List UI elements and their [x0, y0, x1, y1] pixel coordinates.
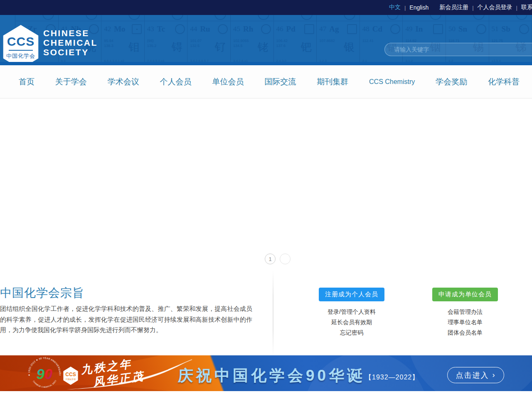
wordmark-line1: CHINESE [43, 28, 98, 38]
site-wordmark: CHINESE CHEMICAL SOCIETY [43, 28, 98, 57]
contact-link[interactable]: 联系我们 [521, 4, 532, 11]
lang-switch-zh[interactable]: 中文 [389, 4, 401, 11]
pager-dot-1[interactable]: 1 [265, 254, 276, 264]
section-divider [273, 270, 273, 355]
topbar-links: 中文 | English 新会员注册 | 个人会员登录 | 联系我们 [389, 0, 532, 15]
periodic-cell-Tc: 43Tc(98)135.2锝7,4,6,5,0,±1(Kr)4d⁵5s² [144, 15, 187, 65]
nav-item-conferences[interactable]: 学术会议 [108, 76, 139, 87]
search-input[interactable] [385, 43, 532, 56]
link-group-members[interactable]: 团体会员名单 [432, 328, 498, 338]
svg-text:90: 90 [37, 366, 52, 382]
banner-enter-button[interactable]: 点击进入 › [447, 367, 504, 383]
periodic-cell-Sb: 51Sb121.75锑±3,5,4(Kr)4d¹⁰5s²5p³ [489, 15, 532, 65]
ccs-logo-acronym: CCS [7, 34, 34, 49]
nav-item-ccs-chemistry[interactable]: CCS Chemistry [369, 78, 415, 86]
main-nav: 首页 关于学会 学术会议 个人会员 单位会员 国际交流 期刊集群 CCS Che… [0, 65, 532, 99]
divider: | [472, 5, 473, 11]
divider: | [404, 5, 406, 11]
mission-title: 中国化学会宗旨 [0, 285, 84, 301]
wordmark-line3: SOCIETY [43, 47, 98, 57]
periodic-cell-Ru: 44Ru101.07132.5钌3,4,2,6,8,5,7(Kr)4d⁷5s¹ [187, 15, 230, 65]
nav-item-awards[interactable]: 学会奖励 [436, 76, 467, 87]
logo-divider [9, 50, 33, 51]
carousel-placeholder [0, 99, 532, 273]
link-manage-profile[interactable]: 登录/管理个人资料 [319, 307, 384, 317]
institutional-links: 会籍管理办法 理事单位名单 团体会员名单 [432, 307, 498, 338]
divider: | [516, 5, 517, 11]
anniversary-banner[interactable]: ★ 1932-2022 ★ 90 YEAR ANNIVERSARY CHINES… [0, 355, 532, 391]
page: 中文 | English 新会员注册 | 个人会员登录 | 联系我们 40Zr9… [0, 0, 532, 399]
institutional-membership-column: 申请成为单位会员 会籍管理办法 理事单位名单 团体会员名单 [432, 288, 498, 338]
periodic-cell-Ag: 47Ag107.8682银1,2,3(Kr)4d¹⁰5s¹ [316, 15, 360, 65]
banner-headline: 庆祝中国化学会90华诞 [178, 365, 365, 386]
periodic-cell-Cd: 48Cd112.41镉2,1(Kr)4d¹⁰5s² [360, 15, 403, 65]
banner-years: 【1932—2022】 [365, 373, 419, 382]
periodic-cell-Sn: 50Sn118.71锡4,2(Kr)4d¹⁰5s²5p² [446, 15, 489, 65]
periodic-cell-Rh: 45Rh102.9055134.5铑3,4,2,6,±1(Kr)4d⁸5s¹ [230, 15, 273, 65]
link-forgot-password[interactable]: 忘记密码 [319, 328, 384, 338]
nav-item-journals[interactable]: 期刊集群 [317, 76, 348, 87]
anniversary-90-logo: ★ 1932-2022 ★ 90 YEAR ANNIVERSARY CHINES… [27, 356, 62, 390]
wordmark-line2: CHEMICAL [43, 38, 98, 47]
top-utility-bar: 中文 | English 新会员注册 | 个人会员登录 | 联系我们 [0, 0, 532, 15]
nav-item-about[interactable]: 关于学会 [55, 76, 87, 87]
mission-body: 团结组织全国化学工作者，促进化学学科和技术的普及、推广、繁荣和发展，提高社会成员… [0, 303, 252, 335]
member-login-link[interactable]: 个人会员登录 [478, 4, 512, 11]
periodic-cell-Pd: 46Pd106.42137.6钯2,4,3,0(Kr)4d¹⁰ [273, 15, 317, 65]
register-link[interactable]: 新会员注册 [439, 4, 468, 11]
nav-item-international[interactable]: 国际交流 [264, 76, 296, 87]
site-header: 40Zr91.22锆4(Kr)4d²5s²41Nb92.9064铌5,3(Kr)… [0, 15, 532, 65]
pager-dot-2[interactable] [280, 254, 291, 264]
ccs-logo-chinese: 中国化学会 [6, 52, 35, 60]
individual-membership-column: 注册成为个人会员 登录/管理个人资料 延长会员有效期 忘记密码 [319, 288, 384, 338]
nav-item-home[interactable]: 首页 [19, 76, 34, 87]
search-box [384, 43, 532, 56]
institutional-apply-button[interactable]: 申请成为单位会员 [432, 288, 498, 301]
ccs-badge-chinese: 中国化学会 [66, 378, 76, 380]
nav-item-individual-members[interactable]: 个人会员 [160, 76, 192, 87]
header-accent-strip [0, 62, 532, 65]
individual-register-button[interactable]: 注册成为个人会员 [319, 288, 384, 301]
banner-enter-label: 点击进入 [456, 370, 489, 380]
periodic-cell-In: 49In114.82铟3,1,2(Kr)4d¹⁰5s²5p¹ [402, 15, 446, 65]
nav-item-institutional-members[interactable]: 单位会员 [212, 76, 244, 87]
link-council-units[interactable]: 理事单位名单 [432, 317, 498, 328]
individual-links: 登录/管理个人资料 延长会员有效期 忘记密码 [319, 307, 384, 338]
chevron-right-icon: › [493, 371, 496, 379]
carousel-pager: 1 [265, 254, 291, 264]
periodic-cell-Mo: 42Mo95.94138.3钼6,5,4,3,0,1,±2(Kr)4d⁵5s¹ [101, 15, 144, 65]
nav-item-science-popularization[interactable]: 化学科普 [488, 76, 520, 87]
ccs-badge-acronym: CCS [65, 372, 76, 377]
link-extend-membership[interactable]: 延长会员有效期 [319, 317, 384, 328]
lang-switch-en[interactable]: English [409, 4, 429, 11]
link-membership-rules[interactable]: 会籍管理办法 [432, 307, 498, 317]
